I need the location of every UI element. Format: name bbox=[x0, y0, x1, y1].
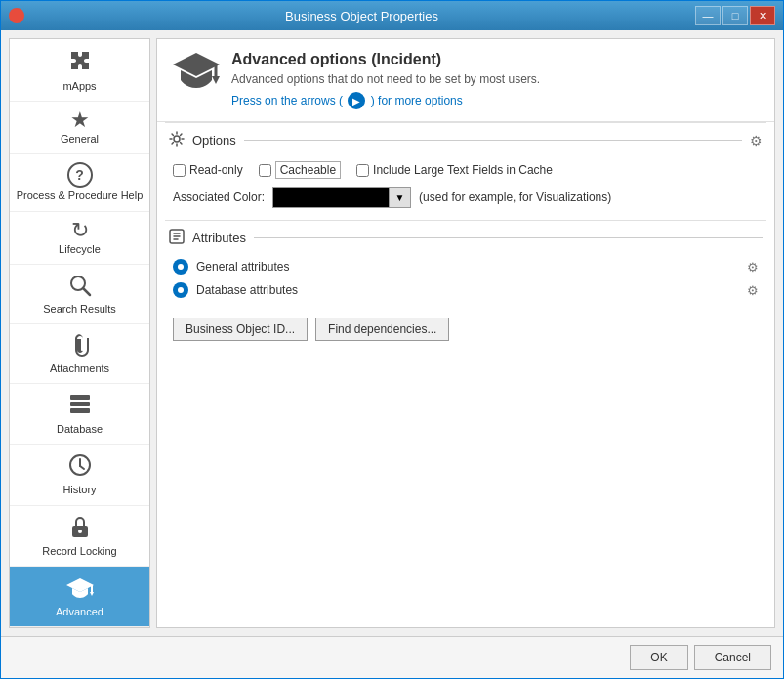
sidebar-item-advanced[interactable]: Advanced bbox=[10, 567, 149, 627]
puzzle-icon bbox=[66, 47, 94, 78]
database-attr-indicator bbox=[173, 282, 188, 298]
svg-marker-13 bbox=[173, 53, 220, 76]
sidebar-label-advanced: Advanced bbox=[56, 606, 103, 618]
color-row: Associated Color: ▼ (used for example, f… bbox=[173, 187, 759, 208]
cacheable-checkbox[interactable] bbox=[259, 164, 271, 177]
header-link: Press on the arrows ( ▶ ) for more optio… bbox=[231, 92, 759, 109]
options-section-title: Options bbox=[192, 133, 236, 148]
sidebar-label-lifecycle: Lifecycle bbox=[59, 243, 101, 256]
options-section-header: Options ⚙ bbox=[157, 123, 774, 153]
options-divider-line bbox=[244, 140, 742, 141]
paperclip-icon bbox=[68, 332, 92, 361]
sidebar-label-process: Process & Procedure Help bbox=[17, 190, 144, 202]
sidebar-label-general: General bbox=[61, 133, 99, 146]
search-icon bbox=[67, 273, 93, 301]
sidebar-label-mapps: mApps bbox=[62, 80, 96, 93]
main-panel: Advanced options (Incident) Advanced opt… bbox=[156, 38, 775, 628]
header-subtitle: Advanced options that do not need to be … bbox=[231, 72, 759, 86]
include-large-label: Include Large Text Fields in Cache bbox=[373, 163, 553, 177]
include-large-checkbox[interactable] bbox=[356, 164, 369, 177]
general-attributes-gear[interactable]: ⚙ bbox=[747, 260, 759, 275]
action-buttons-row: Business Object ID... Find dependencies.… bbox=[157, 310, 774, 349]
more-options-arrow[interactable]: ▶ bbox=[348, 92, 365, 109]
window-controls: — □ ✕ bbox=[695, 6, 775, 25]
header-text: Advanced options (Incident) Advanced opt… bbox=[231, 51, 759, 109]
attributes-list: General attributes ⚙ Database attributes… bbox=[157, 251, 774, 310]
spacer bbox=[157, 349, 774, 627]
svg-line-7 bbox=[80, 466, 84, 469]
svg-rect-4 bbox=[70, 408, 90, 413]
readonly-checkbox[interactable] bbox=[173, 164, 186, 177]
svg-marker-10 bbox=[66, 578, 94, 592]
database-attributes-row: Database attributes ⚙ bbox=[173, 278, 759, 302]
main-window: Business Object Properties — □ ✕ mApps ★… bbox=[0, 0, 784, 679]
color-swatch[interactable] bbox=[272, 187, 390, 208]
attributes-icon bbox=[169, 229, 185, 247]
sidebar-item-general[interactable]: ★ General bbox=[10, 102, 149, 154]
svg-line-1 bbox=[83, 288, 90, 295]
options-settings-gear[interactable]: ⚙ bbox=[750, 133, 763, 149]
window-title: Business Object Properties bbox=[28, 9, 695, 23]
database-attributes-label: Database attributes bbox=[196, 283, 739, 297]
svg-marker-15 bbox=[212, 76, 220, 84]
sidebar: mApps ★ General ? Process & Procedure He… bbox=[9, 38, 150, 628]
cacheable-checkbox-item[interactable]: Cacheable bbox=[259, 161, 341, 179]
general-attributes-row: General attributes ⚙ bbox=[173, 255, 759, 278]
color-note: (used for example, for Visualizations) bbox=[419, 191, 611, 204]
header-section: Advanced options (Incident) Advanced opt… bbox=[157, 39, 774, 122]
readonly-label: Read-only bbox=[189, 163, 243, 177]
footer: OK Cancel bbox=[1, 636, 783, 678]
svg-rect-3 bbox=[70, 402, 90, 406]
options-gear-icon bbox=[169, 131, 185, 149]
include-large-checkbox-item[interactable]: Include Large Text Fields in Cache bbox=[356, 163, 553, 177]
database-icon bbox=[67, 392, 93, 421]
sidebar-label-history: History bbox=[62, 484, 96, 496]
color-input-group: ▼ bbox=[272, 187, 411, 208]
sidebar-item-recordlocking[interactable]: Record Locking bbox=[10, 506, 149, 567]
clock-icon bbox=[67, 452, 93, 482]
sidebar-item-history[interactable]: History bbox=[10, 445, 149, 505]
business-object-id-button[interactable]: Business Object ID... bbox=[173, 318, 308, 341]
advanced-header-icon bbox=[173, 51, 220, 99]
star-icon: ★ bbox=[70, 109, 90, 131]
svg-point-9 bbox=[78, 530, 82, 533]
sidebar-label-recordlocking: Record Locking bbox=[42, 545, 116, 558]
sidebar-label-attachments: Attachments bbox=[50, 362, 109, 375]
question-icon: ? bbox=[67, 162, 93, 188]
header-title: Advanced options (Incident) bbox=[231, 51, 759, 68]
content-area: mApps ★ General ? Process & Procedure He… bbox=[1, 30, 783, 636]
general-attr-indicator bbox=[173, 259, 188, 275]
lock-icon bbox=[69, 514, 91, 543]
mortarboard-icon bbox=[66, 574, 94, 604]
sidebar-item-attachments[interactable]: Attachments bbox=[10, 324, 149, 384]
close-button[interactable]: ✕ bbox=[750, 6, 775, 25]
titlebar: Business Object Properties — □ ✕ bbox=[1, 1, 783, 30]
sidebar-item-lifecycle[interactable]: ↻ Lifecycle bbox=[10, 212, 149, 265]
sidebar-item-database[interactable]: Database bbox=[10, 384, 149, 445]
cacheable-label: Cacheable bbox=[275, 161, 341, 179]
sidebar-item-search[interactable]: Search Results bbox=[10, 265, 149, 324]
sidebar-label-database: Database bbox=[57, 423, 103, 436]
svg-point-16 bbox=[174, 136, 180, 142]
attributes-section-title: Attributes bbox=[192, 231, 246, 245]
general-attributes-label: General attributes bbox=[196, 260, 739, 274]
sidebar-item-process[interactable]: ? Process & Procedure Help bbox=[10, 154, 149, 211]
attributes-section-header: Attributes bbox=[157, 221, 774, 251]
app-icon bbox=[9, 8, 24, 23]
maximize-button[interactable]: □ bbox=[722, 6, 748, 25]
attributes-divider-line bbox=[254, 237, 763, 238]
minimize-button[interactable]: — bbox=[695, 6, 721, 25]
options-area: Read-only Cacheable Include Large Text F… bbox=[157, 153, 774, 220]
sidebar-item-mapps[interactable]: mApps bbox=[10, 39, 149, 102]
database-attributes-gear[interactable]: ⚙ bbox=[747, 283, 759, 298]
color-picker-button[interactable]: ▼ bbox=[390, 187, 411, 208]
find-dependencies-button[interactable]: Find dependencies... bbox=[315, 318, 449, 341]
svg-rect-2 bbox=[70, 395, 90, 400]
sidebar-label-search: Search Results bbox=[43, 303, 116, 316]
checkbox-row: Read-only Cacheable Include Large Text F… bbox=[173, 161, 759, 179]
svg-marker-12 bbox=[90, 592, 94, 596]
cycle-icon: ↻ bbox=[71, 220, 89, 241]
readonly-checkbox-item[interactable]: Read-only bbox=[173, 163, 243, 177]
ok-button[interactable]: OK bbox=[630, 645, 687, 670]
cancel-button[interactable]: Cancel bbox=[694, 645, 771, 670]
